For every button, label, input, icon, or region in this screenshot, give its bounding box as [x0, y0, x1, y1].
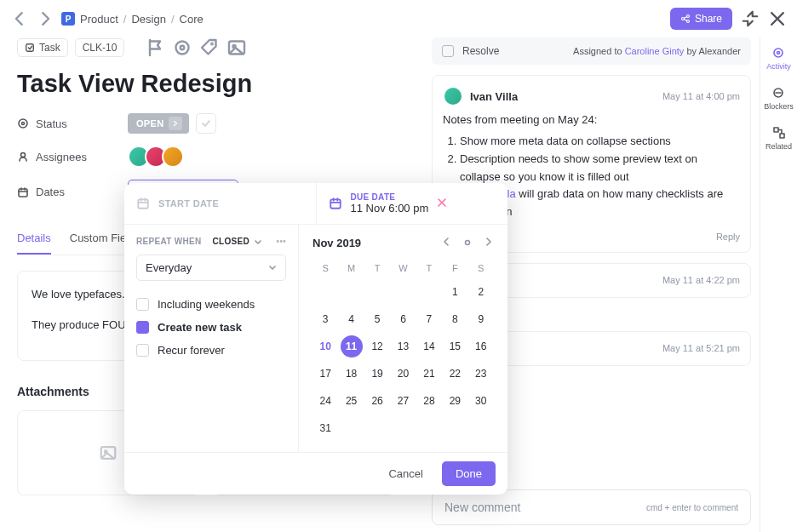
rail-blockers[interactable]: Blockers: [764, 86, 794, 111]
comment-time: May 11 at 5:21 pm: [662, 343, 740, 353]
calendar-day[interactable]: 27: [392, 390, 414, 412]
calendar-day[interactable]: 6: [392, 308, 414, 330]
calendar-day[interactable]: 9: [470, 308, 492, 330]
calendar-day[interactable]: 20: [392, 363, 414, 385]
image-icon[interactable]: [226, 37, 247, 58]
avatar[interactable]: [443, 86, 463, 106]
calendar-day[interactable]: 29: [444, 390, 466, 412]
top-bar: P Product/ Design/ Core Share: [0, 0, 797, 37]
task-id-chip[interactable]: CLK-10: [75, 38, 125, 57]
comment-time: May 11 at 4:00 pm: [662, 91, 740, 101]
target-icon[interactable]: [172, 37, 192, 58]
svg-point-17: [774, 49, 783, 57]
due-date-tab[interactable]: DUE DATE 11 Nov 6:00 pm: [316, 183, 508, 224]
keyboard-hint: cmd + enter to comment: [646, 503, 738, 512]
new-comment-input[interactable]: New comment cmd + enter to comment: [432, 489, 751, 525]
breadcrumb-item[interactable]: Design: [131, 13, 165, 26]
date-popover: START DATE DUE DATE 11 Nov 6:00 pm REPEA…: [124, 183, 507, 495]
dates-label: Dates: [17, 186, 128, 198]
assigned-to: Assigned to Caroline Ginty by Alexander: [573, 46, 741, 56]
complete-checkbox[interactable]: [196, 113, 216, 134]
calendar-day[interactable]: 13: [392, 335, 414, 358]
option-weekends[interactable]: Including weekends: [136, 293, 286, 316]
cal-next-icon[interactable]: [484, 237, 494, 249]
svg-point-4: [176, 42, 189, 54]
svg-point-6: [212, 43, 214, 45]
breadcrumb-item[interactable]: Product: [80, 13, 118, 26]
calendar-day[interactable]: 14: [418, 335, 440, 358]
svg-point-11: [21, 153, 26, 157]
cancel-button[interactable]: Cancel: [376, 461, 434, 486]
cal-prev-icon[interactable]: [441, 237, 451, 249]
calendar-day[interactable]: 21: [418, 363, 440, 385]
share-button[interactable]: Share: [670, 8, 732, 30]
rail-activity[interactable]: Activity: [766, 46, 791, 71]
task-type-chip[interactable]: Task: [17, 38, 68, 57]
calendar-day[interactable]: 23: [470, 363, 492, 385]
calendar-day[interactable]: 30: [470, 390, 492, 412]
calendar-day[interactable]: 17: [314, 363, 336, 385]
project-icon: P: [61, 12, 75, 26]
calendar-day[interactable]: 11: [341, 335, 363, 358]
calendar-grid: SMTWTFS123456789101112131415161718192021…: [312, 260, 494, 440]
assignees-label: Assignees: [17, 151, 128, 163]
calendar-day[interactable]: 16: [470, 335, 492, 358]
svg-rect-3: [26, 44, 34, 52]
svg-point-10: [22, 123, 25, 125]
calendar-day[interactable]: 3: [314, 308, 336, 330]
task-title[interactable]: Task View Redesign: [17, 70, 406, 98]
cal-today-icon[interactable]: [463, 237, 472, 249]
assignee-avatars[interactable]: [128, 146, 179, 168]
calendar-day[interactable]: 24: [314, 390, 336, 412]
avatar[interactable]: [162, 146, 184, 168]
option-create-new-task[interactable]: Create new task: [136, 316, 286, 339]
repeat-select[interactable]: Everyday: [136, 255, 286, 281]
calendar-day[interactable]: 8: [444, 308, 466, 330]
tag-icon[interactable]: [199, 37, 220, 58]
resolve-checkbox[interactable]: [442, 45, 454, 57]
svg-rect-23: [330, 199, 340, 208]
calendar-day[interactable]: 19: [366, 363, 388, 385]
calendar-day[interactable]: 10: [314, 335, 336, 358]
calendar-day[interactable]: 5: [366, 308, 388, 330]
rail-related[interactable]: Related: [765, 126, 792, 151]
option-recur-forever[interactable]: Recur forever: [136, 339, 286, 362]
collapse-icon[interactable]: [741, 9, 760, 28]
flag-icon[interactable]: [145, 37, 165, 58]
resolve-bar: Resolve Assigned to Caroline Ginty by Al…: [432, 37, 751, 65]
nav-forward-icon[interactable]: [36, 9, 54, 28]
svg-point-18: [777, 52, 780, 54]
calendar-day[interactable]: 2: [470, 281, 492, 303]
nav-back-icon[interactable]: [10, 9, 29, 28]
breadcrumb-item[interactable]: Core: [180, 13, 204, 26]
comment-body: Notes from meeting on May 24:: [443, 113, 740, 126]
calendar-day[interactable]: 18: [341, 363, 363, 385]
tab-details[interactable]: Details: [17, 223, 51, 255]
start-date-tab[interactable]: START DATE: [124, 183, 316, 224]
svg-point-5: [181, 46, 185, 50]
reply-link[interactable]: Reply: [716, 232, 740, 242]
svg-point-24: [466, 241, 470, 245]
svg-point-9: [19, 119, 27, 128]
tab-custom-fields[interactable]: Custom Fie: [70, 223, 126, 255]
calendar-day[interactable]: 22: [444, 363, 466, 385]
calendar-day[interactable]: 1: [444, 281, 466, 303]
calendar-day[interactable]: 25: [341, 390, 363, 412]
calendar-day[interactable]: 15: [444, 335, 466, 358]
calendar-day[interactable]: 31: [314, 417, 336, 439]
clear-date-icon[interactable]: [437, 197, 447, 210]
calendar-day[interactable]: 7: [418, 308, 440, 330]
breadcrumb: P Product/ Design/ Core: [61, 12, 204, 26]
status-pill[interactable]: OPEN: [128, 113, 189, 134]
calendar-day[interactable]: 26: [366, 390, 388, 412]
calendar-day[interactable]: 12: [366, 335, 388, 358]
calendar-day[interactable]: 4: [341, 308, 363, 330]
more-icon[interactable]: •••: [277, 237, 286, 246]
svg-rect-12: [19, 189, 27, 197]
comment-time: May 11 at 4:22 pm: [662, 275, 740, 285]
done-button[interactable]: Done: [442, 461, 496, 486]
close-icon[interactable]: [768, 9, 787, 28]
calendar-day[interactable]: 28: [418, 390, 440, 412]
svg-rect-22: [138, 199, 147, 208]
chevron-down-icon[interactable]: [254, 237, 262, 246]
